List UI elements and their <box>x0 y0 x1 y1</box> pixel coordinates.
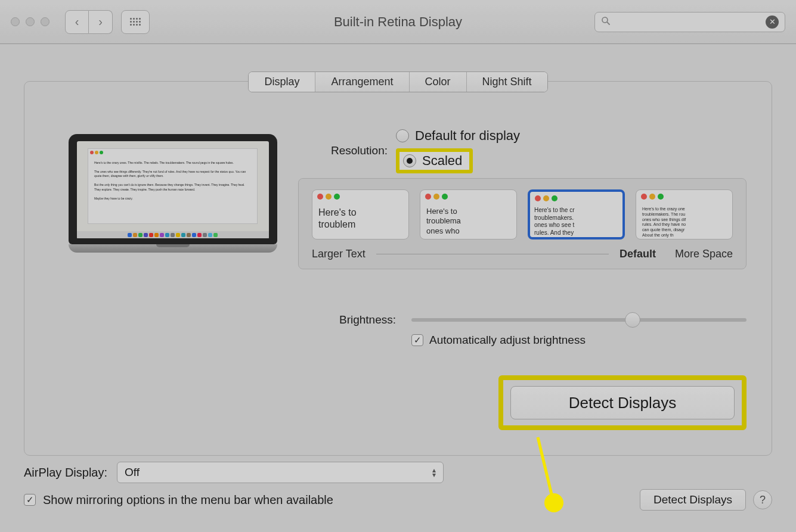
scale-option-2[interactable]: Here's to troublema ones who <box>420 189 517 239</box>
auto-brightness-label: Automatically adjust brightness <box>429 334 586 347</box>
tab-arrangement[interactable]: Arrangement <box>315 72 409 92</box>
scale-divider-line <box>376 254 609 254</box>
chevron-left-icon: ‹ <box>75 15 79 29</box>
scale-option-3[interactable]: Here's to the cr troublemakers. ones who… <box>528 189 625 239</box>
scale-options-box: Here's to troublem Here's to troublema o… <box>298 178 747 269</box>
window-traffic-lights <box>11 17 49 26</box>
back-button[interactable]: ‹ <box>65 10 89 34</box>
nav-back-forward: ‹ › <box>65 10 113 34</box>
zoom-window-dot[interactable] <box>41 17 49 26</box>
detect-displays-button[interactable]: Detect Displays <box>640 489 746 511</box>
radio-default-for-display[interactable]: Default for display <box>396 128 520 144</box>
close-icon: ✕ <box>769 17 776 26</box>
tab-night-shift[interactable]: Night Shift <box>467 72 547 92</box>
tab-color[interactable]: Color <box>410 72 467 92</box>
airplay-value: Off <box>125 466 140 479</box>
radio-label: Scaled <box>422 153 462 169</box>
tab-display[interactable]: Display <box>249 72 315 92</box>
grid-icon <box>130 18 141 26</box>
annotation-dot <box>544 493 563 512</box>
chevron-right-icon: › <box>98 15 103 29</box>
radio-icon <box>403 154 416 167</box>
scale-label-more: More Space <box>675 248 733 260</box>
radio-label: Default for display <box>415 128 520 144</box>
auto-brightness-checkbox[interactable]: ✓ <box>411 334 423 346</box>
airplay-select[interactable]: Off ▴▾ <box>117 462 444 483</box>
radio-scaled[interactable]: Scaled <box>396 148 473 173</box>
clear-search-button[interactable]: ✕ <box>766 15 779 29</box>
search-field[interactable]: ✕ <box>594 12 785 32</box>
brightness-label: Brightness: <box>296 313 396 326</box>
macbook-illustration: Here's to the crazy ones. The misfits. T… <box>69 134 277 253</box>
help-button[interactable]: ? <box>753 490 772 509</box>
mirroring-checkbox[interactable]: ✓ <box>24 494 36 506</box>
question-icon: ? <box>760 494 766 506</box>
updown-icon: ▴▾ <box>432 468 436 477</box>
slider-thumb[interactable] <box>625 312 640 328</box>
scale-label-default: Default <box>620 248 656 260</box>
radio-icon <box>396 129 409 142</box>
resolution-label: Resolution: <box>296 144 396 157</box>
detect-displays-button-large[interactable]: Detect Displays <box>510 386 735 419</box>
dock-illustration <box>77 231 269 238</box>
brightness-slider[interactable] <box>411 318 747 322</box>
svg-line-1 <box>607 22 609 24</box>
close-window-dot[interactable] <box>11 17 20 26</box>
window-toolbar: ‹ › Built-in Retina Display ✕ <box>0 0 796 44</box>
minimize-window-dot[interactable] <box>26 17 35 26</box>
display-panel: Here's to the crazy ones. The misfits. T… <box>24 81 772 456</box>
scale-option-1[interactable]: Here's to troublem <box>312 189 409 239</box>
airplay-label: AirPlay Display: <box>24 466 107 480</box>
show-all-button[interactable] <box>121 10 150 34</box>
search-icon <box>601 16 611 28</box>
window-title: Built-in Retina Display <box>334 14 462 30</box>
settings-tabs: Display Arrangement Color Night Shift <box>248 71 547 92</box>
scale-option-4[interactable]: Here's to the crazy one troublemakers. T… <box>636 189 733 239</box>
mirroring-label: Show mirroring options in the menu bar w… <box>43 493 333 507</box>
detect-displays-highlight: Detect Displays <box>498 375 747 430</box>
forward-button[interactable]: › <box>89 10 113 34</box>
scale-label-larger: Larger Text <box>312 248 366 260</box>
doc-preview: Here's to the crazy ones. The misfits. T… <box>88 148 258 225</box>
